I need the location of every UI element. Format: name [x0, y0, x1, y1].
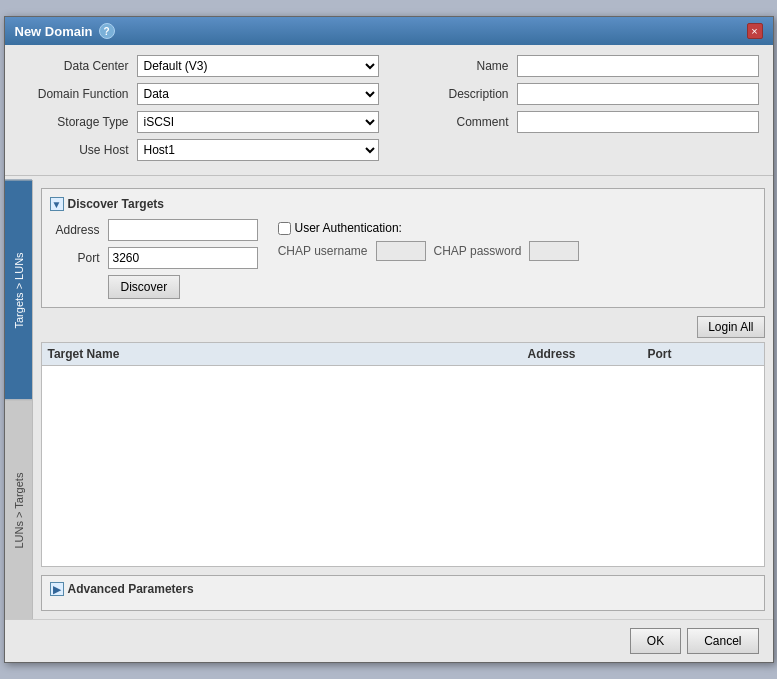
- content-area: ▼ Discover Targets Address Port 3260: [33, 180, 773, 619]
- chap-password-input[interactable]: [529, 241, 579, 261]
- discover-button[interactable]: Discover: [108, 275, 181, 299]
- storage-type-select[interactable]: iSCSI: [137, 111, 379, 133]
- data-center-row: Data Center Default (V3): [19, 55, 379, 77]
- top-form-section: Data Center Default (V3) Domain Function…: [5, 45, 773, 171]
- discover-targets-header: ▼ Discover Targets: [50, 197, 756, 211]
- cancel-button[interactable]: Cancel: [687, 628, 758, 654]
- col-port: Port: [648, 347, 728, 361]
- close-button[interactable]: ×: [747, 23, 763, 39]
- description-row: Description: [399, 83, 759, 105]
- ok-button[interactable]: OK: [630, 628, 681, 654]
- comment-row: Comment: [399, 111, 759, 133]
- form-right: Name Description Comment: [399, 55, 759, 161]
- address-label: Address: [50, 223, 100, 237]
- dialog-title-left: New Domain ?: [15, 23, 115, 39]
- discover-form: Address Port 3260 Discover: [50, 219, 756, 299]
- discover-right: User Authentication: CHAP username CHAP …: [278, 219, 580, 261]
- help-icon[interactable]: ?: [99, 23, 115, 39]
- col-actions: [728, 347, 758, 361]
- name-row: Name: [399, 55, 759, 77]
- discover-targets-section: ▼ Discover Targets Address Port 3260: [41, 188, 765, 308]
- login-all-button[interactable]: Login All: [697, 316, 764, 338]
- dialog-title: New Domain: [15, 24, 93, 39]
- port-label: Port: [50, 251, 100, 265]
- name-label: Name: [399, 59, 509, 73]
- form-divider: [5, 175, 773, 176]
- chap-username-input[interactable]: [376, 241, 426, 261]
- advanced-label: Advanced Parameters: [68, 582, 194, 596]
- targets-table: Target Name Address Port: [41, 342, 765, 567]
- user-auth-checkbox[interactable]: [278, 222, 291, 235]
- table-header: Target Name Address Port: [42, 343, 764, 366]
- section-toggle-icon[interactable]: ▼: [50, 197, 64, 211]
- comment-label: Comment: [399, 115, 509, 129]
- storage-type-row: Storage Type iSCSI: [19, 111, 379, 133]
- storage-type-label: Storage Type: [19, 115, 129, 129]
- dialog-titlebar: New Domain ? ×: [5, 17, 773, 45]
- user-auth-row: User Authentication:: [278, 221, 580, 235]
- domain-function-row: Domain Function Data: [19, 83, 379, 105]
- port-input[interactable]: 3260: [108, 247, 258, 269]
- dialog-footer: OK Cancel: [5, 619, 773, 662]
- domain-function-label: Domain Function: [19, 87, 129, 101]
- sidebar-tabs: Targets > LUNs LUNs > Targets: [5, 180, 33, 619]
- name-input[interactable]: [517, 55, 759, 77]
- comment-input[interactable]: [517, 111, 759, 133]
- new-domain-dialog: New Domain ? × Data Center Default (V3) …: [4, 16, 774, 663]
- tab-luns-targets[interactable]: LUNs > Targets: [5, 400, 32, 620]
- use-host-row: Use Host Host1: [19, 139, 379, 161]
- address-row: Address: [50, 219, 258, 241]
- chap-password-label: CHAP password: [434, 244, 522, 258]
- discover-targets-label: Discover Targets: [68, 197, 165, 211]
- domain-function-select[interactable]: Data: [137, 83, 379, 105]
- chap-username-label: CHAP username: [278, 244, 368, 258]
- user-auth-label: User Authentication:: [295, 221, 402, 235]
- advanced-section-header: ▶ Advanced Parameters: [50, 582, 756, 596]
- login-all-row: Login All: [41, 316, 765, 338]
- table-body: [42, 366, 764, 566]
- main-body: Targets > LUNs LUNs > Targets ▼ Discover…: [5, 180, 773, 619]
- port-row: Port 3260: [50, 247, 258, 269]
- form-left: Data Center Default (V3) Domain Function…: [19, 55, 379, 161]
- address-input[interactable]: [108, 219, 258, 241]
- col-address: Address: [528, 347, 648, 361]
- chap-username-row: CHAP username CHAP password: [278, 241, 580, 261]
- description-input[interactable]: [517, 83, 759, 105]
- col-target-name: Target Name: [48, 347, 528, 361]
- tab-targets-luns[interactable]: Targets > LUNs: [5, 180, 32, 400]
- description-label: Description: [399, 87, 509, 101]
- advanced-toggle-icon[interactable]: ▶: [50, 582, 64, 596]
- data-center-select[interactable]: Default (V3): [137, 55, 379, 77]
- use-host-label: Use Host: [19, 143, 129, 157]
- discover-btn-row: Discover: [50, 275, 258, 299]
- advanced-parameters-section: ▶ Advanced Parameters: [41, 575, 765, 611]
- use-host-select[interactable]: Host1: [137, 139, 379, 161]
- data-center-label: Data Center: [19, 59, 129, 73]
- discover-left: Address Port 3260 Discover: [50, 219, 258, 299]
